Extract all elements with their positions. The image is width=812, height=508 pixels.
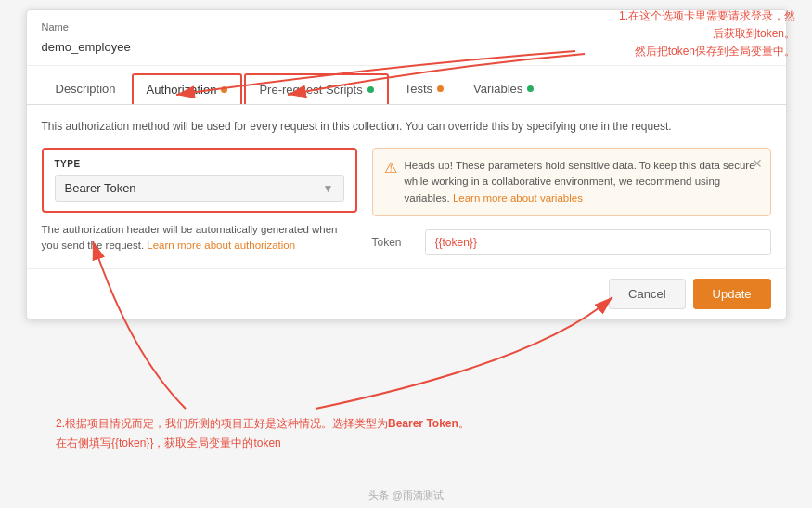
modal-body: This authorization method will be used f… — [27, 105, 786, 268]
tab-authorization[interactable]: Authorization — [132, 73, 243, 104]
type-label: TYPE — [55, 159, 344, 169]
collection-description: This authorization method will be used f… — [42, 118, 771, 135]
variables-dot — [527, 85, 534, 92]
learn-more-variables-link[interactable]: Learn more about variables — [453, 192, 583, 203]
tab-tests-label: Tests — [405, 82, 432, 96]
tab-pre-request-label: Pre-request Scripts — [259, 83, 362, 97]
name-label: Name — [42, 21, 771, 33]
pre-request-dot — [367, 86, 374, 93]
content-row: TYPE Bearer Token ▼ The authorization he… — [42, 148, 771, 255]
modal-footer: Cancel Update — [27, 268, 786, 319]
authorization-dot — [221, 86, 227, 93]
token-row: Token — [372, 229, 771, 255]
watermark: 头条 @雨滴测试 — [368, 488, 443, 502]
alert-close-button[interactable]: ✕ — [752, 156, 763, 171]
learn-more-link[interactable]: Learn more about authorization — [147, 240, 295, 251]
alert-icon: ⚠ — [384, 159, 397, 176]
type-select-value: Bearer Token — [65, 181, 136, 195]
left-panel: TYPE Bearer Token ▼ The authorization he… — [42, 148, 357, 255]
tab-description[interactable]: Description — [42, 73, 130, 104]
tests-dot — [437, 85, 444, 92]
type-select-dropdown[interactable]: Bearer Token ▼ — [55, 175, 344, 202]
chevron-down-icon: ▼ — [323, 182, 334, 195]
tab-tests[interactable]: Tests — [391, 73, 458, 104]
tab-description-label: Description — [56, 82, 116, 96]
token-input[interactable] — [425, 229, 771, 255]
modal-header: Name demo_employee — [27, 10, 786, 66]
tab-pre-request[interactable]: Pre-request Scripts — [244, 73, 388, 104]
alert-box: ⚠ Heads up! These parameters hold sensit… — [372, 148, 771, 216]
tab-variables-label: Variables — [473, 82, 522, 96]
cancel-button[interactable]: Cancel — [609, 279, 685, 309]
type-box: TYPE Bearer Token ▼ — [42, 148, 357, 213]
update-button[interactable]: Update — [693, 279, 771, 309]
collection-name: demo_employee — [42, 36, 771, 58]
auth-note: The authorization header will be automat… — [42, 222, 357, 254]
right-panel: ⚠ Heads up! These parameters hold sensit… — [372, 148, 771, 255]
tabs-bar: Description Authorization Pre-request Sc… — [27, 66, 786, 105]
callout-2: 2.根据项目情况而定，我们所测的项目正好是这种情况。选择类型为Bearer To… — [56, 414, 470, 452]
token-label: Token — [372, 236, 414, 249]
tab-authorization-label: Authorization — [147, 83, 217, 97]
alert-text: Heads up! These parameters hold sensitiv… — [405, 158, 759, 206]
tab-variables[interactable]: Variables — [459, 73, 548, 104]
